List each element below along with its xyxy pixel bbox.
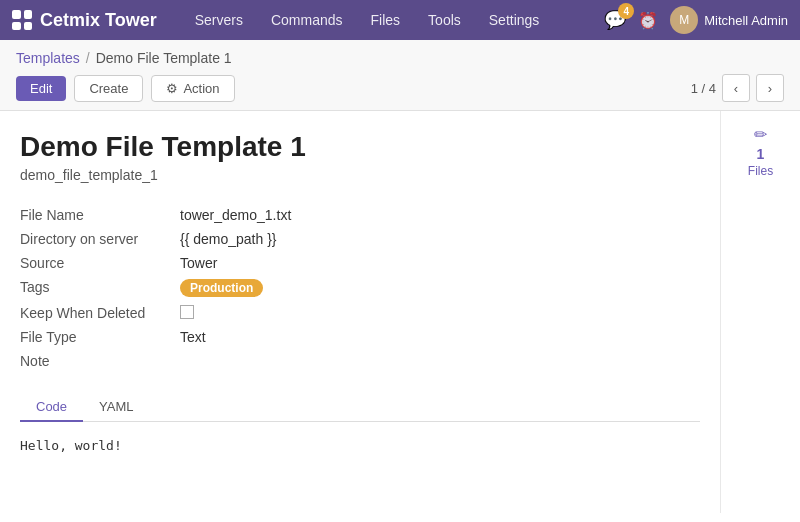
prev-page-button[interactable]: ‹ xyxy=(722,74,750,102)
tabs-bar: Code YAML xyxy=(20,393,700,422)
files-count: 1 xyxy=(757,146,765,162)
main-nav: Servers Commands Files Tools Settings xyxy=(181,0,604,40)
clock-button[interactable]: ⏰ xyxy=(638,11,658,30)
navbar: Cetmix Tower Servers Commands Files Tool… xyxy=(0,0,800,40)
detail-row-note: Note xyxy=(20,349,700,373)
tab-code[interactable]: Code xyxy=(20,393,83,422)
filetype-label: File Type xyxy=(20,329,180,345)
filetype-value: Text xyxy=(180,329,206,345)
breadcrumb-current: Demo File Template 1 xyxy=(96,50,232,66)
gear-icon: ⚙ xyxy=(166,81,178,96)
template-title: Demo File Template 1 xyxy=(20,131,700,163)
filename-label: File Name xyxy=(20,207,180,223)
breadcrumb: Templates / Demo File Template 1 xyxy=(16,50,784,66)
user-menu[interactable]: M Mitchell Admin xyxy=(670,6,788,34)
notification-badge: 4 xyxy=(618,3,634,19)
files-label: Files xyxy=(748,164,773,178)
notification-button[interactable]: 💬 4 xyxy=(604,9,626,31)
edit-icon: ✏ xyxy=(754,125,767,144)
keep-label: Keep When Deleted xyxy=(20,305,180,321)
detail-row-filetype: File Type Text xyxy=(20,325,700,349)
note-label: Note xyxy=(20,353,180,369)
edit-button[interactable]: Edit xyxy=(16,76,66,101)
detail-row-tags: Tags Production xyxy=(20,275,700,301)
nav-settings[interactable]: Settings xyxy=(475,0,554,40)
create-button[interactable]: Create xyxy=(74,75,143,102)
files-sidebar-item[interactable]: ✏ 1 Files xyxy=(748,125,773,178)
code-content: Hello, world! xyxy=(20,434,700,457)
detail-row-source: Source Tower xyxy=(20,251,700,275)
action-button[interactable]: ⚙ Action xyxy=(151,75,234,102)
content-area: Demo File Template 1 demo_file_template_… xyxy=(0,111,720,513)
main-content: Demo File Template 1 demo_file_template_… xyxy=(0,111,800,513)
directory-label: Directory on server xyxy=(20,231,180,247)
brand-logo[interactable]: Cetmix Tower xyxy=(12,10,157,31)
action-label: Action xyxy=(183,81,219,96)
breadcrumb-separator: / xyxy=(86,50,90,66)
sidebar-right: ✏ 1 Files xyxy=(720,111,800,513)
directory-value: {{ demo_path }} xyxy=(180,231,277,247)
tag-badge: Production xyxy=(180,279,263,297)
source-value: Tower xyxy=(180,255,217,271)
navbar-right: 💬 4 ⏰ M Mitchell Admin xyxy=(604,6,788,34)
nav-commands[interactable]: Commands xyxy=(257,0,357,40)
action-bar: Edit Create ⚙ Action 1 / 4 ‹ › xyxy=(16,74,784,102)
detail-row-filename: File Name tower_demo_1.txt xyxy=(20,203,700,227)
pagination: 1 / 4 ‹ › xyxy=(691,74,784,102)
page-count: 1 / 4 xyxy=(691,81,716,96)
brand-icon xyxy=(12,10,32,30)
template-slug: demo_file_template_1 xyxy=(20,167,700,183)
next-page-button[interactable]: › xyxy=(756,74,784,102)
nav-files[interactable]: Files xyxy=(357,0,415,40)
details-table: File Name tower_demo_1.txt Directory on … xyxy=(20,203,700,373)
detail-row-directory: Directory on server {{ demo_path }} xyxy=(20,227,700,251)
avatar: M xyxy=(670,6,698,34)
filename-value: tower_demo_1.txt xyxy=(180,207,291,223)
source-label: Source xyxy=(20,255,180,271)
breadcrumb-parent[interactable]: Templates xyxy=(16,50,80,66)
detail-row-keep: Keep When Deleted xyxy=(20,301,700,325)
nav-tools[interactable]: Tools xyxy=(414,0,475,40)
brand-name: Cetmix Tower xyxy=(40,10,157,31)
nav-servers[interactable]: Servers xyxy=(181,0,257,40)
tab-yaml[interactable]: YAML xyxy=(83,393,149,422)
keep-checkbox[interactable] xyxy=(180,305,194,319)
sub-header: Templates / Demo File Template 1 Edit Cr… xyxy=(0,40,800,111)
user-name: Mitchell Admin xyxy=(704,13,788,28)
tags-label: Tags xyxy=(20,279,180,295)
